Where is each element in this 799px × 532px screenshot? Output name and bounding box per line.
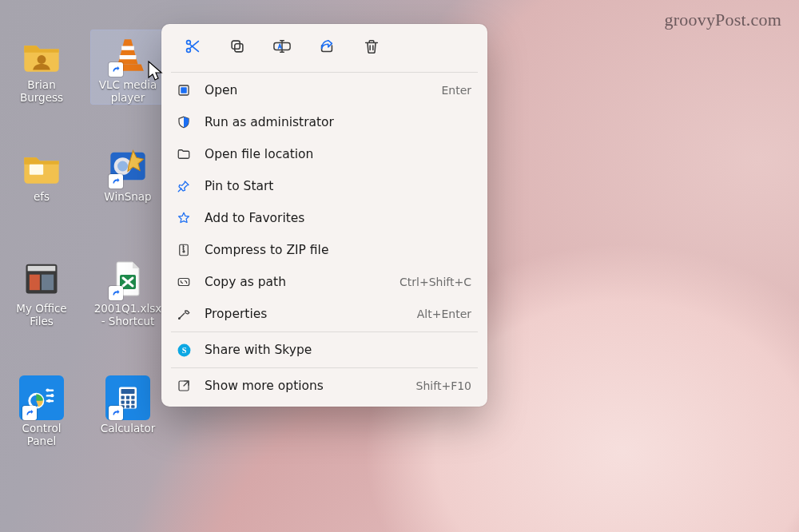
- menu-separator: [171, 332, 478, 332]
- folder-icon: [176, 146, 192, 162]
- menu-item-label: Pin to Start: [205, 179, 459, 193]
- menu-item-compress-zip[interactable]: Compress to ZIP file: [166, 234, 483, 266]
- desktop-icon-label: My Office Files: [5, 302, 78, 328]
- copy-button[interactable]: [219, 34, 256, 62]
- menu-item-shortcut: Enter: [441, 84, 471, 97]
- desktop-icon-excel-shortcut[interactable]: 2001Q1.xlsx - Shortcut: [91, 256, 165, 328]
- desktop-icon-label: efs: [5, 190, 78, 203]
- menu-item-label: Copy as path: [205, 275, 387, 289]
- svg-rect-24: [121, 400, 125, 403]
- svg-point-11: [50, 394, 54, 397]
- copypath-icon: [176, 274, 192, 290]
- menu-item-pin-to-start[interactable]: Pin to Start: [166, 170, 483, 202]
- svg-rect-1: [30, 165, 43, 175]
- svg-rect-36: [181, 87, 187, 93]
- open-icon: [176, 82, 192, 98]
- svg-text:S: S: [181, 346, 186, 355]
- calculator-icon: [105, 375, 150, 420]
- menu-item-label: Open file location: [205, 147, 459, 161]
- svg-rect-29: [131, 405, 134, 407]
- menu-item-share-with-skype[interactable]: S Share with Skype: [166, 334, 483, 366]
- wrench-icon: [176, 306, 192, 322]
- desktop-icon-user-folder[interactable]: Brian Burgess: [5, 32, 78, 104]
- share-button[interactable]: [308, 34, 345, 62]
- desktop-icon-label: 2001Q1.xlsx - Shortcut: [91, 302, 165, 328]
- trash-icon: [363, 38, 380, 58]
- more-icon: [176, 378, 192, 394]
- shortcut-overlay-icon: [22, 406, 37, 420]
- menu-item-open-file-location[interactable]: Open file location: [166, 138, 483, 170]
- delete-button[interactable]: [353, 34, 390, 62]
- menu-item-label: Show more options: [205, 379, 403, 393]
- svg-rect-21: [121, 395, 125, 399]
- desktop-icon-label: Calculator: [91, 422, 165, 435]
- menu-item-label: Properties: [205, 307, 404, 321]
- menu-item-shortcut: Ctrl+Shift+C: [400, 276, 471, 288]
- excel-file-icon: [105, 256, 150, 300]
- svg-rect-26: [131, 400, 134, 403]
- vlc-icon: [105, 32, 150, 77]
- desktop-icon-winsnap[interactable]: WinSnap: [91, 144, 165, 203]
- context-menu: Open Enter Run as administrator Open fil…: [161, 24, 487, 407]
- desktop-icon-control-panel[interactable]: Control Panel: [5, 375, 78, 447]
- svg-point-12: [47, 399, 50, 403]
- star-icon: [176, 210, 192, 226]
- shortcut-overlay-icon: [109, 406, 123, 420]
- desktop-icon-label: VLC media player: [91, 78, 165, 104]
- rename-icon: [272, 38, 292, 58]
- shortcut-overlay-icon: [109, 62, 123, 77]
- svg-rect-22: [126, 395, 129, 399]
- control-panel-icon: [19, 375, 64, 420]
- svg-point-10: [46, 388, 50, 391]
- menu-item-label: Share with Skype: [205, 343, 459, 357]
- user-folder-icon: [19, 32, 64, 77]
- scissors-icon: [184, 38, 201, 58]
- menu-item-copy-as-path[interactable]: Copy as path Ctrl+Shift+C: [166, 266, 483, 298]
- svg-rect-20: [121, 389, 135, 394]
- menu-item-label: Run as administrator: [205, 115, 459, 129]
- desktop-icon-label: Control Panel: [5, 422, 78, 447]
- menu-item-open[interactable]: Open Enter: [166, 74, 483, 106]
- svg-rect-13: [121, 46, 134, 50]
- menu-item-shortcut: Shift+F10: [416, 379, 471, 392]
- menu-item-add-to-favorites[interactable]: Add to Favorites: [166, 202, 483, 234]
- menu-item-shortcut: Alt+Enter: [417, 308, 471, 320]
- menu-separator: [171, 367, 478, 368]
- context-menu-top-row: [166, 30, 483, 70]
- svg-rect-14: [120, 55, 137, 59]
- svg-rect-28: [126, 405, 129, 407]
- svg-point-38: [183, 251, 185, 252]
- menu-separator: [171, 72, 478, 73]
- menu-item-run-as-administrator[interactable]: Run as administrator: [166, 106, 483, 138]
- folder-collection-icon: [19, 256, 64, 300]
- desktop-icon-efs[interactable]: efs: [5, 144, 78, 203]
- svg-rect-32: [235, 44, 243, 52]
- winsnap-icon: [105, 144, 150, 189]
- shortcut-overlay-icon: [109, 174, 123, 189]
- desktop-icon-calculator[interactable]: Calculator: [91, 375, 165, 435]
- menu-item-label: Open: [205, 83, 428, 97]
- menu-item-show-more-options[interactable]: Show more options Shift+F10: [166, 370, 483, 402]
- cut-button[interactable]: [174, 34, 211, 62]
- desktop-icon-office-files[interactable]: My Office Files: [5, 256, 78, 328]
- svg-point-0: [38, 55, 46, 64]
- svg-rect-3: [28, 266, 56, 272]
- menu-item-label: Compress to ZIP file: [205, 243, 459, 257]
- shortcut-overlay-icon: [109, 286, 123, 300]
- svg-rect-4: [30, 275, 40, 291]
- desktop-icon-vlc[interactable]: VLC media player: [91, 30, 165, 104]
- desktop-icon-label: Brian Burgess: [5, 78, 78, 104]
- menu-item-properties[interactable]: Properties Alt+Enter: [166, 298, 483, 330]
- copy-icon: [229, 38, 246, 58]
- skype-icon: S: [176, 342, 192, 358]
- desktop-icon-label: WinSnap: [91, 190, 165, 203]
- folder-icon: [19, 144, 64, 189]
- rename-button[interactable]: [264, 34, 300, 62]
- shield-icon: [176, 114, 192, 130]
- svg-rect-33: [232, 41, 240, 49]
- zip-icon: [176, 242, 192, 258]
- svg-rect-39: [178, 279, 189, 286]
- pin-icon: [176, 178, 192, 194]
- svg-rect-23: [131, 395, 134, 399]
- share-icon: [318, 38, 336, 58]
